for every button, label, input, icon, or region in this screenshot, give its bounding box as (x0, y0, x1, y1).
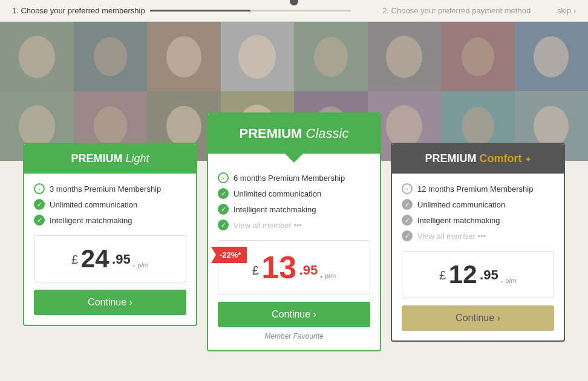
card-light-header: PREMIUM Light (24, 144, 196, 174)
price-box-light: £ 24 .95 • p/m (34, 235, 186, 282)
card-classic-header: PREMIUM Classic (208, 114, 380, 154)
hero-cell (515, 22, 589, 91)
hero-cell (368, 22, 442, 91)
continue-button-light[interactable]: Continue › (34, 290, 186, 315)
feature-text: Unlimited communication (50, 200, 137, 209)
price-decimal: .95 (112, 252, 131, 267)
feature-item: ✓ Unlimited communication (402, 199, 554, 210)
feature-item: ✓ View all member ••• (402, 230, 554, 241)
continue-button-classic[interactable]: Continue › (218, 302, 370, 327)
price-dot: • (501, 279, 503, 284)
price-dot: • (321, 274, 322, 279)
price-currency: £ (71, 253, 78, 266)
card-classic-title-italic: Classic (306, 126, 349, 141)
feature-item: › 12 months Premium Membership (402, 183, 554, 194)
skip-link[interactable]: skip › (557, 6, 576, 15)
hero-cell (147, 22, 221, 91)
feature-item: ✓ Unlimited communication (34, 199, 186, 210)
feature-item: › 6 months Premium Membership (218, 172, 370, 183)
check-gray-icon: ✓ (402, 199, 413, 210)
card-light-body: › 3 months Premium Membership ✓ Unlimite… (24, 174, 196, 325)
feature-text: Unlimited communication (417, 200, 505, 209)
card-light-title-italic: Light (125, 152, 149, 164)
step2-label: 2. Choose your preferred payment method (356, 6, 557, 15)
step1-dot (290, 0, 298, 5)
continue-button-comfort[interactable]: Continue › (402, 305, 554, 331)
feature-text: Unlimited communication (234, 189, 321, 198)
feature-text: 3 months Premium Membership (50, 184, 161, 194)
check-icon: ✓ (34, 199, 45, 210)
price-main: 13 (261, 250, 296, 285)
card-comfort: PREMIUM Comfort ✦ › 12 months Premium Me… (391, 143, 565, 342)
card-classic-title: PREMIUM (240, 126, 302, 141)
feature-item: ✓ Unlimited communication (218, 188, 370, 199)
card-light-title: PREMIUM (71, 152, 122, 164)
arrow-gray-icon: › (402, 183, 413, 194)
feature-text: 6 months Premium Membership (234, 174, 345, 183)
card-comfort-title: PREMIUM (425, 152, 476, 164)
arrow-icon: › (218, 172, 229, 183)
card-comfort-body: › 12 months Premium Membership ✓ Unlimit… (392, 174, 564, 340)
feature-item: ✓ Intelligent matchmaking (34, 215, 186, 226)
price-main: 12 (449, 260, 477, 288)
card-light-features: › 3 months Premium Membership ✓ Unlimite… (34, 183, 186, 226)
price-box-classic: -22%* £ 13 .95 • p/m (218, 240, 370, 295)
hero-cell (74, 22, 148, 91)
feature-text: View all member ••• (234, 221, 302, 230)
check-icon: ✓ (218, 204, 229, 215)
price-period: p/m (325, 272, 336, 279)
progress-line (150, 10, 351, 11)
feature-text: View all member ••• (417, 232, 486, 241)
card-light: PREMIUM Light › 3 months Premium Members… (23, 143, 197, 326)
card-classic-body: › 6 months Premium Membership ✓ Unlimite… (208, 163, 380, 350)
card-classic-features: › 6 months Premium Membership ✓ Unlimite… (218, 172, 370, 230)
price-box-comfort: £ 12 .95 • p/m (402, 251, 554, 298)
star-icon: ✦ (525, 155, 531, 164)
hero-cell (221, 22, 295, 91)
price-currency: £ (439, 269, 446, 282)
check-icon: ✓ (34, 215, 45, 226)
price-currency: £ (252, 264, 259, 277)
card-classic: PREMIUM Classic › 6 months Premium Membe… (207, 112, 381, 351)
feature-item: ✓ Intelligent matchmaking (218, 204, 370, 215)
feature-text: Intelligent matchmaking (50, 216, 132, 225)
progress-bar: 1. Choose your preferred membership 2. C… (0, 0, 588, 22)
check-gray-icon: ✓ (402, 215, 413, 226)
cards-section: PREMIUM Light › 3 months Premium Members… (0, 131, 588, 351)
price-decimal: .95 (480, 267, 498, 282)
card-comfort-features: › 12 months Premium Membership ✓ Unlimit… (402, 183, 554, 241)
discount-badge: -22%* (211, 247, 247, 263)
price-period: p/m (505, 277, 516, 284)
price-decimal: .95 (299, 262, 318, 278)
card-comfort-title-gold: Comfort (480, 152, 522, 164)
feature-text: 12 months Premium Membership (417, 184, 533, 194)
feature-text: Intelligent matchmaking (417, 216, 500, 225)
price-main: 24 (81, 244, 109, 273)
price-period: p/m (137, 261, 148, 269)
price-dot: • (133, 263, 135, 269)
hero-cell (0, 22, 74, 91)
step1-label: 1. Choose your preferred membership (12, 6, 145, 15)
feature-item: ✓ View all member ••• (218, 220, 370, 230)
check-icon: ✓ (218, 220, 229, 230)
member-favourite: Member Favourite (218, 332, 370, 340)
hero-cell (441, 22, 515, 91)
feature-item: › 3 months Premium Membership (34, 183, 186, 194)
check-gray-icon: ✓ (402, 230, 413, 241)
card-pointer (285, 154, 303, 163)
arrow-icon: › (34, 183, 45, 194)
check-icon: ✓ (218, 188, 229, 199)
hero-cell (294, 22, 368, 91)
feature-item: ✓ Intelligent matchmaking (402, 215, 554, 226)
feature-text: Intelligent matchmaking (234, 205, 316, 214)
card-comfort-header: PREMIUM Comfort ✦ (392, 144, 564, 174)
